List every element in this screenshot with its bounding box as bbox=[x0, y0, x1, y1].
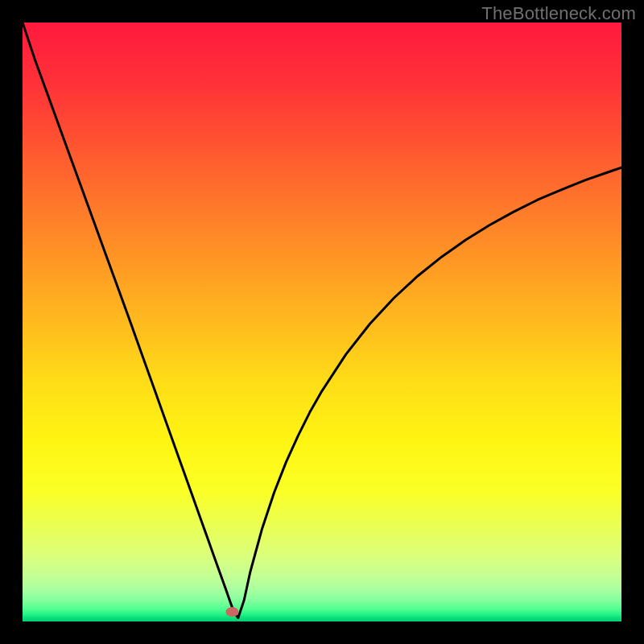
optimum-marker bbox=[225, 607, 238, 617]
gradient-background bbox=[23, 23, 621, 621]
bottleneck-chart bbox=[23, 23, 621, 621]
chart-frame bbox=[23, 23, 621, 621]
watermark-text: TheBottleneck.com bbox=[481, 3, 636, 24]
